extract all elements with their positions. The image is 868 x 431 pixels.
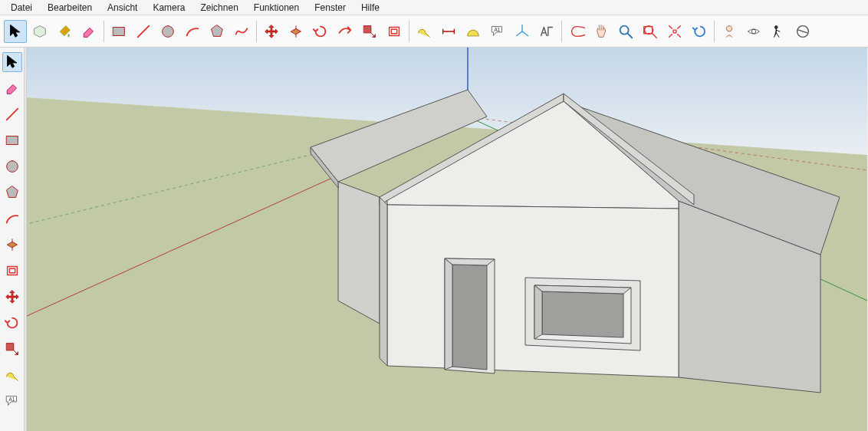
offset-icon — [4, 262, 21, 279]
circle-tool[interactable] — [156, 20, 179, 43]
rotate-tool[interactable] — [309, 20, 332, 43]
svg-text:A1: A1 — [8, 396, 15, 402]
viewport-3d[interactable] — [27, 48, 868, 431]
text-label-tool[interactable]: A1 — [2, 391, 22, 411]
move-tool[interactable] — [2, 287, 22, 307]
line-tool[interactable] — [2, 104, 22, 124]
polygon-tool[interactable] — [205, 20, 229, 43]
position-camera-tool[interactable] — [718, 20, 741, 43]
eraser-tool[interactable] — [77, 20, 100, 43]
circle-icon — [4, 158, 21, 175]
3d-text-tool[interactable] — [535, 20, 558, 43]
tape-measure-icon — [4, 367, 21, 383]
freehand-tool[interactable] — [230, 20, 253, 43]
offset-tool[interactable] — [2, 261, 22, 281]
menubar: Datei Bearbeiten Ansicht Kamera Zeichnen… — [0, 0, 868, 15]
menu-fenster[interactable]: Fenster — [307, 1, 353, 15]
push-pull-icon — [288, 23, 304, 40]
window-recess — [542, 291, 623, 337]
left-toolbar: A1 — [0, 48, 25, 431]
circle-tool[interactable] — [2, 156, 22, 176]
menu-kamera[interactable]: Kamera — [145, 1, 192, 15]
arc-icon — [184, 23, 201, 40]
dimension-icon — [440, 23, 457, 40]
toolbar-separator — [256, 21, 257, 42]
menu-hilfe[interactable]: Hilfe — [353, 1, 387, 15]
dimension-tool[interactable] — [437, 20, 460, 43]
previous-view-tool[interactable] — [688, 20, 711, 43]
top-toolbar: A1 — [0, 15, 868, 48]
move-tool[interactable] — [260, 20, 283, 43]
push-pull-tool[interactable] — [284, 20, 307, 43]
scale-icon — [4, 341, 21, 357]
polygon-icon — [4, 184, 21, 201]
pan-tool[interactable] — [590, 20, 613, 43]
arc-tool[interactable] — [181, 20, 204, 43]
walk-tool[interactable] — [767, 20, 790, 43]
walk-icon — [770, 23, 787, 40]
arc-icon — [4, 210, 21, 227]
scale-tool[interactable] — [358, 20, 381, 43]
follow-me-tool[interactable] — [334, 20, 357, 43]
toolbar-separator — [409, 21, 409, 42]
menu-datei[interactable]: Datei — [3, 1, 40, 15]
tape-measure-tool[interactable] — [413, 20, 436, 43]
zoom-extents-tool[interactable] — [663, 20, 686, 43]
follow-me-icon — [337, 23, 353, 40]
rotate-tool[interactable] — [2, 313, 22, 333]
polygon-tool[interactable] — [2, 183, 22, 202]
menu-funktionen[interactable]: Funktionen — [246, 1, 307, 15]
circle-icon — [159, 23, 176, 40]
paint-bucket-icon — [56, 23, 73, 40]
paint-bucket-tool[interactable] — [53, 20, 76, 43]
rectangle-icon — [110, 23, 127, 40]
scale-tool[interactable] — [2, 339, 22, 359]
section-plane-icon — [794, 23, 811, 40]
menu-bearbeiten[interactable]: Bearbeiten — [40, 1, 100, 15]
pan-icon — [593, 23, 610, 40]
select-tool[interactable] — [4, 20, 27, 43]
previous-view-icon — [691, 23, 708, 40]
zoom-extents-icon — [666, 23, 683, 40]
menu-zeichnen[interactable]: Zeichnen — [192, 1, 245, 15]
look-around-icon — [745, 23, 762, 40]
svg-text:A1: A1 — [494, 27, 500, 32]
rectangle-tool[interactable] — [2, 130, 22, 150]
toolbar-separator — [561, 21, 562, 42]
toolbar-separator — [714, 21, 715, 42]
text-label-icon: A1 — [489, 23, 506, 40]
select-icon — [7, 23, 24, 40]
text-label-icon: A1 — [4, 393, 21, 410]
move-icon — [263, 23, 280, 40]
tape-measure-tool[interactable] — [2, 365, 22, 385]
arc-tool[interactable] — [2, 209, 22, 229]
zoom-window-icon — [642, 23, 659, 40]
orbit-tool[interactable] — [565, 20, 588, 43]
axes-tool[interactable] — [511, 20, 534, 43]
scale-icon — [361, 23, 378, 40]
line-icon — [4, 106, 21, 123]
eraser-icon — [4, 80, 21, 97]
text-label-tool[interactable]: A1 — [486, 20, 509, 43]
eraser-tool[interactable] — [2, 78, 22, 98]
protractor-icon — [465, 23, 482, 40]
zoom-tool[interactable] — [614, 20, 637, 43]
protractor-tool[interactable] — [462, 20, 485, 43]
select-tool[interactable] — [2, 52, 22, 72]
rectangle-tool[interactable] — [107, 20, 130, 43]
rectangle-icon — [4, 132, 21, 149]
line-tool[interactable] — [132, 20, 155, 43]
push-pull-tool[interactable] — [2, 235, 22, 255]
make-component-tool[interactable] — [28, 20, 51, 43]
menu-ansicht[interactable]: Ansicht — [100, 1, 145, 15]
offset-icon — [386, 23, 403, 40]
section-plane-tool[interactable] — [791, 20, 814, 43]
orbit-icon — [568, 23, 585, 40]
freehand-icon — [233, 23, 250, 40]
zoom-window-tool[interactable] — [639, 20, 662, 43]
offset-tool[interactable] — [383, 20, 406, 43]
select-icon — [4, 54, 21, 71]
3d-text-icon — [538, 23, 555, 40]
rotate-icon — [312, 23, 329, 40]
look-around-tool[interactable] — [742, 20, 765, 43]
